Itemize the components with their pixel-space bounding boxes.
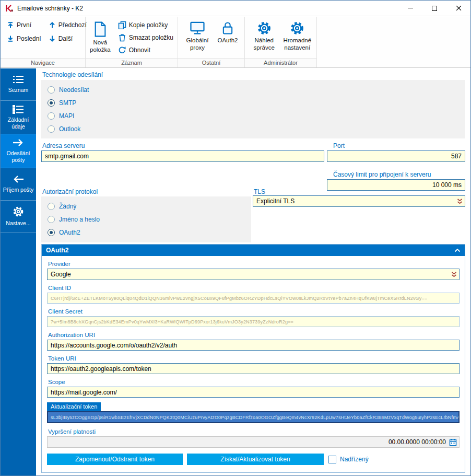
authorization-uri-input[interactable]: https://accounts.google.com/o/oauth2/v2/…	[47, 340, 460, 351]
refresh-token-label: Aktualizační token	[47, 402, 101, 411]
acquire-token-button[interactable]: Získat/Aktualizovat token	[187, 454, 324, 465]
tls-label: TLS	[254, 188, 265, 195]
window-title: Emailové schránky - K2	[17, 5, 83, 12]
timeout-label: Časový limit pro připojení k serveru	[333, 171, 431, 178]
bulk-settings-label: Hromadné nastavení	[281, 37, 313, 52]
dropdown-double-chevron-icon	[457, 198, 463, 205]
details-list-icon	[13, 105, 24, 114]
app-window: Emailové schránky - K2	[0, 0, 471, 476]
ribbon-group-navigace: První Poslední	[1, 17, 86, 67]
ribbon-group-label-administrator: Administrátor	[245, 58, 316, 67]
oauth2-panel-title: OAuth2	[46, 247, 68, 254]
list-icon	[13, 75, 24, 84]
scope-label: Scope	[48, 379, 460, 385]
radio-zadny[interactable]: Žádný	[48, 201, 245, 211]
sidebar-item-seznam[interactable]: Seznam	[1, 68, 36, 101]
new-document-icon	[93, 21, 108, 38]
expiration-label: Vypršení platnosti	[48, 428, 460, 435]
global-proxy-label: Globální proxy	[182, 37, 213, 52]
refresh-button[interactable]: Obnovit	[116, 45, 175, 55]
previous-button[interactable]: Předchozí	[46, 20, 89, 30]
oauth2-panel: OAuth2 Provider Google	[41, 244, 465, 473]
send-technology-label: Technologie odesílání	[42, 71, 103, 78]
radio-icon	[48, 86, 55, 94]
timeout-input[interactable]: 10 000 ms	[327, 179, 465, 191]
radio-outlook[interactable]: Outlook	[48, 124, 459, 134]
auth-protocol-label: Autorizační protokol	[42, 188, 98, 195]
sidebar-item-nastaveni[interactable]: Nastave...	[1, 201, 36, 233]
sidebar-item-odesilani-posty[interactable]: Odesílání pošty	[1, 134, 36, 168]
last-label: Poslední	[17, 35, 41, 42]
ribbon-group-label-navigace: Navigace	[1, 58, 85, 67]
client-id-input[interactable]: C6RTjrdj/GcE+ZETLKMoT5ye0QLiq04QdD1iQQN3…	[47, 293, 460, 304]
auth-protocol-group: Žádný Jméno a heslo OAuth2	[41, 196, 251, 242]
maximize-button[interactable]	[422, 1, 446, 16]
server-address-label: Adresa serveru	[42, 142, 85, 149]
last-button[interactable]: Poslední	[5, 33, 43, 44]
collapse-chevron-up-icon	[454, 248, 461, 252]
minimize-button[interactable]	[398, 1, 422, 16]
sidebar-item-prijem-posty[interactable]: Příjem pošty	[1, 168, 36, 201]
radio-icon	[48, 112, 55, 120]
port-input[interactable]: 587	[327, 150, 465, 162]
forget-token-button[interactable]: Zapomenout/Odstranit token	[47, 454, 183, 465]
close-button[interactable]	[446, 1, 470, 16]
oauth2-ribbon-button[interactable]: OAuth2	[215, 20, 241, 44]
delete-item-button[interactable]: Smazat položku	[116, 32, 175, 43]
scope-input[interactable]: https://mail.google.com/	[47, 387, 460, 398]
parent-checkbox-label: Nadřízený	[340, 456, 369, 463]
radio-jmeno-a-heslo[interactable]: Jméno a heslo	[48, 214, 245, 224]
refresh-label: Obnovit	[129, 47, 150, 54]
sidebar-label: Odesílání pošty	[2, 150, 35, 164]
provider-combobox[interactable]: Google	[47, 269, 460, 280]
sidebar-label: Nastave...	[6, 220, 30, 227]
dropdown-double-chevron-icon	[451, 271, 457, 278]
sidebar-label: Základní údaje	[2, 117, 35, 130]
token-uri-label: Token URI	[48, 355, 460, 362]
minimize-icon	[408, 8, 413, 8]
next-button[interactable]: Další	[46, 33, 89, 44]
radio-oauth2[interactable]: OAuth2	[48, 228, 245, 238]
padlock-icon	[221, 21, 234, 36]
sidebar: Seznam Základní údaje Odesílání pošty	[1, 68, 36, 475]
server-address-input[interactable]: smtp.gmail.com	[41, 150, 324, 162]
tls-combobox[interactable]: Explicitní TLS	[253, 195, 465, 207]
radio-neodesilat[interactable]: Neodesílat	[48, 85, 459, 95]
ribbon-group-ostatni: Globální proxy OAuth2 Ostatní	[178, 17, 245, 67]
copy-item-label: Kopie položky	[129, 21, 168, 29]
oauth2-ribbon-label: OAuth2	[218, 37, 238, 44]
sidebar-item-zakladni-udaje[interactable]: Základní údaje	[1, 101, 36, 134]
content-area: Technologie odesílání Neodesílat SMTP MA…	[36, 68, 471, 475]
ribbon-group-zaznam: Nová položka Kopie položky	[86, 17, 178, 67]
bulk-settings-button[interactable]: Hromadné nastavení	[281, 20, 313, 52]
expiration-input[interactable]: 00.00.0000 00:00:00	[47, 436, 460, 448]
sidebar-label: Seznam	[8, 87, 29, 94]
parent-checkbox[interactable]	[328, 456, 336, 463]
arrow-down-icon	[49, 35, 56, 42]
authorization-uri-label: Authorization URI	[48, 332, 460, 338]
radio-mapi[interactable]: MAPI	[48, 111, 459, 121]
radio-smtp[interactable]: SMTP	[48, 98, 459, 108]
first-button[interactable]: První	[5, 20, 43, 30]
oauth2-panel-header[interactable]: OAuth2	[42, 245, 465, 256]
copy-item-button[interactable]: Kopie položky	[116, 20, 175, 30]
token-uri-input[interactable]: https://oauth2.googleapis.com/token	[47, 363, 460, 374]
provider-label: Provider	[48, 261, 460, 267]
ribbon-empty-area	[317, 17, 470, 67]
new-item-label: Nová položka	[90, 39, 111, 54]
refresh-icon	[118, 46, 126, 54]
ribbon-group-label-ostatni: Ostatní	[178, 58, 244, 67]
client-secret-input[interactable]: 7w+5lm8B8chXGqnCjs2bKdE34EmPv0qYwMXf3+Ka…	[47, 316, 460, 327]
arrow-to-top-icon	[7, 21, 14, 29]
parent-checkbox-group: Nadřízený	[328, 456, 369, 463]
admin-preview-button[interactable]: Náhled správce	[249, 20, 279, 52]
window-controls	[398, 1, 470, 16]
refresh-token-input[interactable]: sL3bjIBy5zCOggSGp/p6iR1wbSEzEhVjXCDdN0NP…	[47, 411, 460, 423]
calendar-icon[interactable]	[449, 438, 457, 446]
first-label: První	[17, 21, 31, 29]
token-buttons-row: Zapomenout/Odstranit token Získat/Aktual…	[47, 454, 460, 465]
k2-app-icon	[5, 4, 14, 13]
global-proxy-button[interactable]: Globální proxy	[182, 20, 213, 52]
new-item-button[interactable]: Nová položka	[90, 20, 111, 54]
radio-icon	[48, 125, 55, 133]
